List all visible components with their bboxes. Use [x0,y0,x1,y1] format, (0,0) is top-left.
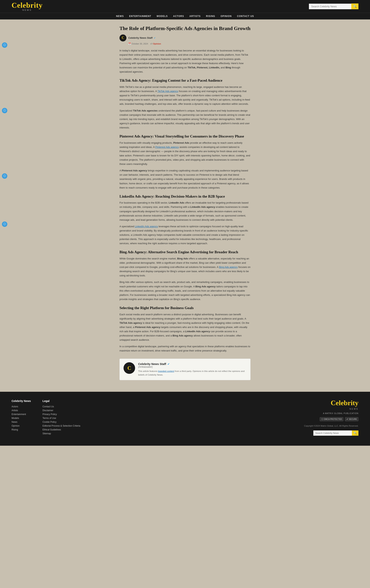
footer-search[interactable]: 🔍 [313,430,359,436]
article-category: 🏷 Opinion [150,42,161,45]
section-4-para-1: While Google dominates the search engine… [120,257,250,278]
pinterest-link[interactable]: Pinterest Ads agency [155,146,179,148]
dmca-label: DMCA PROTECTED [324,418,342,420]
bing-link[interactable]: Bing Ads agency [219,266,238,268]
section-heading-4: Bing Ads Agency: Alternative Search Engi… [120,250,250,255]
author-name: Celebrity News Staff [128,36,153,39]
section-heading-2: Pinterest Ads Agency: Visual Storytellin… [120,134,250,139]
footer-link-privacy[interactable]: Privacy Policy [42,413,80,416]
site-logo[interactable]: Celebrity NEWS [11,1,43,11]
search-input[interactable] [309,4,351,9]
nav-artists[interactable]: ARTISTS [189,15,201,18]
footer-legal-col: Legal Contact Us Disclaimer Privacy Poli… [42,399,80,436]
author-box-title: (Ambassador) [138,366,247,368]
footer-logo[interactable]: Celebrity [331,399,359,406]
article-intro: In today's digital landscape, social med… [120,49,250,74]
footer-right: Celebrity NEWS A MATRIX GLOBAL PUBLICATI… [304,399,359,436]
author-box: C Celebrity News Staff ✔ (Ambassador) Th… [120,359,250,380]
footer-logo-sub: NEWS [349,408,359,410]
footer-link-terms[interactable]: Terms of Use [42,417,80,420]
footer-link-actors[interactable]: Actors [11,405,31,408]
tiktok-link[interactable]: TikTok Ads agency [157,90,178,93]
author-info: Celebrity News Staff ✔ [128,36,156,39]
author-avatar: C [120,34,126,42]
author-box-verified: ✔ [167,363,170,366]
branded-content-link[interactable]: branded content [158,370,174,372]
footer-link-news[interactable]: News [11,421,31,423]
section-2-para-1: For businesses with visually engaging pr… [120,141,250,166]
accessibility-icon-4[interactable]: ⓘ [2,221,7,227]
author-box-name: Celebrity News Staff ✔ [138,362,247,366]
nav-opinion[interactable]: OPINION [220,15,232,18]
author-box-avatar: C [123,362,135,374]
footer-link-editorial[interactable]: Editorial Process & Selection Criteria [42,424,80,427]
dmca-badge: 🛡 DMCA PROTECTED [320,417,343,421]
calendar-icon: 📅 [128,42,131,45]
section-5-para-2: In a competitive digital landscape, part… [120,344,250,353]
footer-link-artists[interactable]: Artists [11,409,31,412]
footer-search-button[interactable]: 🔍 [352,430,359,436]
logo-celebrity[interactable]: Celebrity [11,1,43,9]
footer-link-cookie[interactable]: Cookie Policy [42,421,80,423]
footer-col-heading-legal: Legal [42,399,80,402]
article-title: The Role of Platform-Specific Ads Agenci… [120,25,250,32]
logo-news: NEWS [22,9,32,11]
nav-news[interactable]: NEWS [116,15,124,18]
section-5-para-1: Each social media and search platform se… [120,312,250,342]
dmca-icon: 🛡 [321,418,323,420]
author-box-note: This article features branded content fr… [138,369,247,377]
section-3-para-2: A specialized LinkedIn Ads agency levera… [120,224,250,246]
main-nav: NEWS ENTERTAINMENT MODELS ACTORS ARTISTS… [0,13,370,20]
accessibility-icon-2[interactable]: ⓘ [2,108,7,113]
section-4-para-2: Bing Ads offer various options, such as … [120,280,250,301]
section-heading-1: TikTok Ads Agency: Engaging Content for … [120,78,250,83]
nav-contact[interactable]: CONTACT US [237,15,254,18]
linkedin-link[interactable]: LinkedIn Ads agency [135,225,158,228]
footer-link-ethical[interactable]: Ethical Guidelines [42,428,80,431]
accessibility-icon-1[interactable]: ⓘ [2,42,7,48]
nav-actors[interactable]: ACTORS [173,15,184,18]
footer-link-opinion[interactable]: Opinion [11,424,31,427]
article-meta: 📅 October 30, 2024 🏷 Opinion [128,42,250,45]
accessibility-icon-3[interactable]: ⓘ [2,173,7,179]
footer-link-sitemap[interactable]: Sitemap [42,432,80,435]
section-2-para-2: A Pinterest Ads agency brings expertise … [120,168,250,190]
footer-link-entertainment[interactable]: Entertainment [11,413,31,416]
section-heading-5: Selecting the Right Platform for Busines… [120,306,250,310]
footer-top: Celebrity News Actors Artists Entertainm… [11,399,359,436]
secure-icon: ✔ [347,418,348,420]
nav-entertainment[interactable]: ENTERTAINMENT [129,15,151,18]
footer-link-disclaimer[interactable]: Disclaimer [42,409,80,412]
section-1-para-1: With TikTok's rise as a global social me… [120,85,250,106]
secure-label: SECURE [349,418,357,420]
nav-rising[interactable]: RISING [206,15,215,18]
article-main: The Role of Platform-Specific Ads Agenci… [116,20,254,392]
footer-tagline: A MATRIX GLOBAL PUBLICATION [323,412,359,414]
section-1-para-2: Specialized TikTok Ads agencies understa… [120,109,250,130]
footer-link-contact[interactable]: Contact Us [42,405,80,408]
footer-link-models[interactable]: Models [11,417,31,420]
footer-badges: 🛡 DMCA PROTECTED ✔ SECURE [320,417,359,421]
article-date: 📅 October 30, 2024 [128,42,148,45]
section-3-para-1: For businesses operating in the B2B sect… [120,201,250,222]
site-header: Celebrity NEWS 🔍 [0,0,370,13]
author-row: C Celebrity News Staff ✔ [120,34,250,42]
nav-models[interactable]: MODELS [157,15,168,18]
section-heading-3: LinkedIn Ads Agency: Reaching Decision-M… [120,194,250,199]
tag-icon: 🏷 [150,42,152,45]
author-box-content: Celebrity News Staff ✔ (Ambassador) This… [138,362,247,377]
site-footer: Celebrity News Actors Artists Entertainm… [0,392,370,446]
secure-badge: ✔ SECURE [345,417,359,421]
footer-search-input[interactable] [313,430,352,436]
footer-link-rising[interactable]: Rising [11,428,31,431]
search-button[interactable]: 🔍 [351,3,359,9]
header-search[interactable]: 🔍 [309,3,359,9]
footer-copyright: Copyright ©2024 Matrix Global, LLC. All … [304,425,359,427]
verified-badge: ✔ [154,37,156,39]
footer-celebrity-news-col: Celebrity News Actors Artists Entertainm… [11,399,31,436]
footer-col-heading-cn: Celebrity News [11,399,31,402]
